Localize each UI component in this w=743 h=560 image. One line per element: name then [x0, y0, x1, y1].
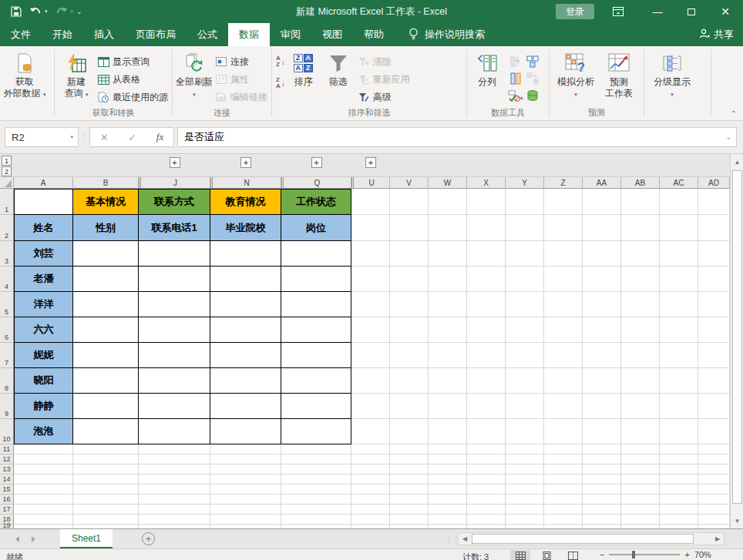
cell-U14[interactable] [351, 474, 390, 485]
row-number-11[interactable]: 11 [0, 444, 14, 454]
normal-view-icon[interactable] [510, 550, 530, 560]
column-header-Q[interactable]: Q [281, 177, 351, 189]
cell-AB4[interactable] [621, 267, 660, 292]
row-number-5[interactable]: 5 [0, 292, 14, 317]
show-queries-button[interactable]: 显示查询 [96, 54, 170, 69]
cell-B6[interactable] [73, 317, 139, 343]
cell-AD17[interactable] [698, 505, 730, 515]
cell-U1[interactable] [351, 189, 390, 215]
cell-W11[interactable] [429, 444, 467, 454]
cell-W13[interactable] [429, 464, 467, 474]
outline-level-button-1[interactable]: 1 [2, 156, 12, 166]
cell-V5[interactable] [390, 292, 429, 317]
cell-AD3[interactable] [698, 241, 730, 267]
cell-AC15[interactable] [660, 485, 698, 495]
cell-A11[interactable] [14, 444, 73, 454]
expand-columns-button[interactable]: + [365, 157, 376, 168]
cell-Y3[interactable] [506, 241, 544, 267]
cell-B17[interactable] [73, 505, 139, 515]
cell-N4[interactable] [210, 267, 281, 292]
cell-X8[interactable] [467, 368, 506, 394]
cell-U6[interactable] [351, 317, 390, 343]
cell-AD16[interactable] [698, 495, 730, 505]
cell-AC7[interactable] [660, 343, 698, 368]
cell-AC10[interactable] [660, 419, 698, 444]
cell-AD12[interactable] [698, 454, 730, 464]
cell-J13[interactable] [139, 464, 210, 474]
cell-Q7[interactable] [281, 343, 351, 368]
cell-AA9[interactable] [583, 394, 621, 419]
cell-N8[interactable] [210, 368, 281, 394]
cell-Y9[interactable] [506, 394, 544, 419]
cell-A15[interactable] [14, 485, 73, 495]
cell-Y5[interactable] [506, 292, 544, 317]
cell-Y16[interactable] [506, 495, 544, 505]
cell-AD9[interactable] [698, 394, 730, 419]
tab-review[interactable]: 审阅 [270, 23, 311, 46]
cell-Y13[interactable] [506, 464, 544, 474]
row-number-9[interactable]: 9 [0, 394, 14, 419]
cell-AB10[interactable] [621, 419, 660, 444]
formula-input[interactable]: 是否适应 ⌄ [177, 127, 737, 147]
cell-B4[interactable] [73, 267, 139, 292]
cell-X4[interactable] [467, 267, 506, 292]
cell-X2[interactable] [467, 215, 506, 241]
tab-page-layout[interactable]: 页面布局 [125, 23, 187, 46]
cell-U11[interactable] [351, 444, 390, 454]
cell-A8[interactable]: 晓阳 [14, 368, 73, 394]
cell-AB17[interactable] [621, 505, 660, 515]
cell-Y10[interactable] [506, 419, 544, 444]
cell-V1[interactable] [390, 189, 429, 215]
cell-AA16[interactable] [583, 495, 621, 505]
cell-AD13[interactable] [698, 464, 730, 474]
scroll-left-icon[interactable]: ◀ [459, 533, 471, 545]
cell-J14[interactable] [139, 474, 210, 485]
cell-J12[interactable] [139, 454, 210, 464]
cell-U10[interactable] [351, 419, 390, 444]
cell-AA15[interactable] [583, 485, 621, 495]
cell-X1[interactable] [467, 189, 506, 215]
cell-W3[interactable] [429, 241, 467, 267]
cell-AA13[interactable] [583, 464, 621, 474]
cell-B5[interactable] [73, 292, 139, 317]
zoom-slider-thumb[interactable] [632, 551, 635, 558]
cell-AA7[interactable] [583, 343, 621, 368]
horizontal-scroll-thumb[interactable] [472, 534, 694, 544]
row-number-3[interactable]: 3 [0, 241, 14, 267]
cell-Z6[interactable] [544, 317, 583, 343]
cell-W8[interactable] [429, 368, 467, 394]
collapse-ribbon-icon[interactable]: ⌃ [731, 109, 737, 118]
column-header-Z[interactable]: Z [544, 177, 583, 189]
cell-AA17[interactable] [583, 505, 621, 515]
cell-AD2[interactable] [698, 215, 730, 241]
sheet-tab-sheet1[interactable]: Sheet1 [60, 529, 113, 548]
column-header-A[interactable]: A [14, 177, 73, 189]
cell-V13[interactable] [390, 464, 429, 474]
cell-J16[interactable] [139, 495, 210, 505]
save-icon[interactable] [11, 6, 22, 17]
close-button[interactable]: ✕ [712, 0, 738, 23]
cell-Y1[interactable] [506, 189, 544, 215]
cell-A17[interactable] [14, 505, 73, 515]
forecast-sheet-button[interactable]: 预测 工作表 [600, 49, 638, 99]
cell-N2[interactable]: 毕业院校 [210, 215, 281, 241]
cell-J4[interactable] [139, 267, 210, 292]
cell-N14[interactable] [210, 474, 281, 485]
minimize-button[interactable]: — [644, 0, 671, 23]
cell-X12[interactable] [467, 454, 506, 464]
cell-U5[interactable] [351, 292, 390, 317]
column-header-X[interactable]: X [467, 177, 506, 189]
cell-AA6[interactable] [583, 317, 621, 343]
row-number-17[interactable]: 17 [0, 505, 14, 515]
cell-U12[interactable] [351, 454, 390, 464]
cell-J1[interactable]: 联系方式 [139, 189, 210, 215]
cell-N6[interactable] [210, 317, 281, 343]
row-number-14[interactable]: 14 [0, 474, 14, 485]
formula-bar-expand-icon[interactable]: ⌄ [725, 133, 731, 141]
cell-U3[interactable] [351, 241, 390, 267]
cell-Q16[interactable] [281, 495, 351, 505]
column-header-AC[interactable]: AC [660, 177, 698, 189]
cell-J9[interactable] [139, 394, 210, 419]
cell-V16[interactable] [390, 495, 429, 505]
undo-icon[interactable] [29, 7, 42, 17]
